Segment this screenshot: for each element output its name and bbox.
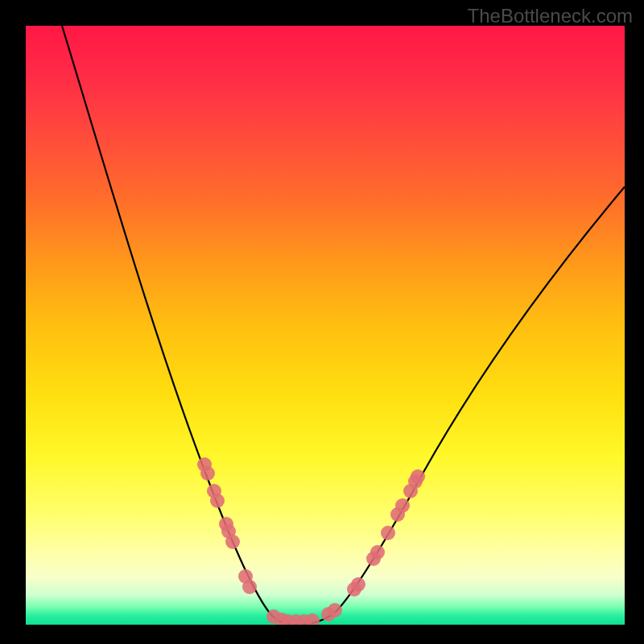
data-marker: [381, 526, 395, 540]
data-marker: [242, 580, 257, 594]
data-marker: [370, 545, 385, 559]
bottleneck-curve: [62, 26, 625, 625]
plot-area: [26, 26, 625, 625]
data-marker: [210, 493, 225, 508]
marker-group: [197, 457, 425, 625]
data-marker: [328, 603, 342, 617]
data-marker: [200, 466, 215, 481]
watermark-text: TheBottleneck.com: [468, 5, 633, 27]
data-marker: [351, 577, 365, 592]
data-marker: [411, 469, 425, 484]
chart-svg: [26, 26, 625, 625]
data-marker: [395, 498, 410, 513]
data-marker: [225, 535, 240, 549]
